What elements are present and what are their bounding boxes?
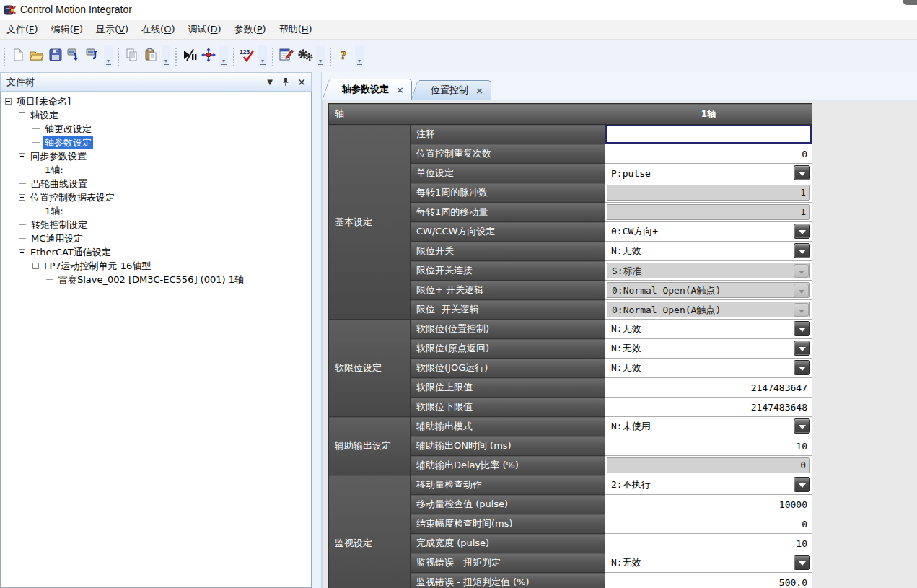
toolbar-overflow-chevron-down-icon[interactable]: ▾ [162, 45, 170, 67]
tree-item[interactable]: 凸轮曲线设置 [1, 177, 311, 190]
toolbar-overflow-chevron-down-icon[interactable]: ▾ [258, 45, 267, 67]
tree-item[interactable]: 同步参数设置 [1, 149, 311, 163]
axis-position-button[interactable] [199, 47, 218, 66]
tree-connector-line [19, 238, 26, 239]
toolbar-group-6: ?▾ [328, 44, 364, 69]
param-value-cell[interactable]: 2:不执行 [605, 475, 812, 495]
new-file-button[interactable] [9, 47, 27, 66]
comment-text-input[interactable] [605, 125, 812, 144]
dropdown-chevron-down-icon[interactable] [794, 243, 810, 258]
param-value-cell[interactable]: N:无效 [605, 242, 812, 261]
tree-expand-minus-icon[interactable] [19, 112, 25, 118]
tree-item[interactable]: MC通用设定 [1, 232, 311, 245]
param-value-cell[interactable]: 0 [605, 144, 812, 164]
param-value-cell[interactable]: 0:CW方向+ [605, 222, 812, 242]
gears-button[interactable] [296, 47, 315, 66]
tree-item[interactable]: 雷赛Slave_002 [DM3C-EC556] (001) 1轴 [1, 273, 311, 286]
tree-item[interactable]: FP7运动控制单元 16轴型 [1, 259, 311, 273]
menu-item-E[interactable]: 编辑(E) [45, 20, 89, 39]
param-value-cell[interactable]: N:无效 [605, 320, 812, 339]
toolbar-drag-handle[interactable] [329, 47, 332, 66]
panel-splitter[interactable] [312, 72, 322, 588]
toolbar-overflow-chevron-down-icon[interactable]: ▾ [219, 45, 228, 67]
param-value-cell[interactable]: 10000 [605, 495, 812, 514]
dropdown-chevron-down-icon[interactable] [794, 224, 810, 239]
toolbar-overflow-chevron-down-icon[interactable]: ▾ [316, 45, 325, 67]
toolbar-drag-handle[interactable] [271, 47, 274, 66]
tree-expand-minus-icon[interactable] [19, 249, 25, 255]
tree-item-label: 同步参数设置 [29, 150, 88, 163]
tree-item-label: 轴参数设定 [43, 136, 93, 149]
tree-item[interactable]: 轴更改设定 [1, 122, 311, 136]
menu-item-V[interactable]: 显示(V) [89, 20, 135, 39]
tree-connector-line [32, 128, 40, 129]
tree-item[interactable]: 轴参数设定 [1, 136, 311, 149]
tree-expand-minus-icon[interactable] [19, 153, 25, 159]
tab-close-icon[interactable]: × [475, 86, 483, 95]
panel-menu-chevron-down-icon[interactable]: ▼ [263, 76, 276, 89]
menu-item-O[interactable]: 在线(O) [135, 20, 181, 39]
param-value-cell[interactable]: 2147483647 [605, 378, 812, 398]
tree-item[interactable]: 轴设定 [1, 108, 311, 122]
param-value-cell[interactable]: 0 [605, 514, 812, 534]
dropdown-chevron-down-icon[interactable] [794, 165, 810, 180]
toolbar-drag-handle[interactable] [117, 47, 120, 66]
menu-item-F[interactable]: 文件(F) [0, 20, 45, 39]
upload-device-button[interactable] [65, 47, 84, 66]
help-button[interactable]: ? [335, 47, 354, 66]
save-button[interactable] [46, 47, 65, 66]
param-name-cell: 注释 [411, 125, 605, 144]
dropdown-chevron-down-icon[interactable] [794, 360, 810, 375]
dropdown-chevron-down-icon[interactable] [794, 477, 810, 492]
param-value-cell[interactable]: -2147483648 [605, 398, 812, 417]
paste-button[interactable] [141, 47, 160, 66]
dropdown-chevron-down-icon[interactable] [794, 418, 810, 434]
tree-item-label: 凸轮曲线设置 [30, 177, 89, 190]
dropdown-chevron-down-icon[interactable] [794, 341, 810, 356]
toolbar-drag-handle[interactable] [3, 47, 6, 66]
tree-item[interactable]: 1轴: [1, 163, 311, 177]
tree-item[interactable]: 项目[未命名] [1, 95, 311, 108]
param-value-cell[interactable]: 10 [605, 436, 812, 456]
dropdown-chevron-down-icon[interactable] [794, 555, 810, 570]
toolbar-drag-handle[interactable] [232, 47, 235, 66]
toolbar-group-4: 123▾ [231, 44, 267, 69]
toolbar-overflow-chevron-down-icon[interactable]: ▾ [104, 45, 113, 67]
run-pause-button[interactable] [180, 47, 199, 66]
open-folder-button[interactable] [27, 47, 46, 66]
value-check-button[interactable]: 123 [238, 47, 257, 66]
edit-parameter-button[interactable] [277, 47, 296, 66]
tree-item-label: MC通用设定 [30, 232, 84, 245]
copy-button[interactable] [123, 47, 141, 66]
disabled-dropdown-field: 0:Normal Open(A触点) [607, 302, 810, 317]
menu-item-H[interactable]: 帮助(H) [273, 20, 319, 39]
download-device-button[interactable] [84, 47, 102, 66]
toolbar-overflow-chevron-down-icon[interactable]: ▾ [355, 45, 364, 67]
window-control-partial[interactable] [903, 0, 917, 5]
param-name-cell: 软限位(原点返回) [411, 339, 605, 359]
param-value-cell[interactable]: N:无效 [605, 339, 812, 359]
panel-close-icon[interactable]: ✕ [295, 76, 308, 89]
menu-item-D[interactable]: 调试(D) [181, 20, 227, 39]
tree-item[interactable]: 位置控制数据表设定 [1, 190, 311, 204]
tab-inactive[interactable]: 位置控制× [419, 80, 491, 100]
menu-item-P[interactable]: 参数(P) [228, 20, 273, 39]
param-value-cell[interactable]: P:pulse [605, 164, 812, 183]
dropdown-chevron-down-icon[interactable] [794, 321, 810, 336]
param-name-cell: 软限位(JOG运行) [411, 359, 605, 378]
tree-expand-minus-icon[interactable] [32, 263, 39, 269]
param-value-cell[interactable]: N:无效 [605, 553, 812, 573]
param-value-cell[interactable]: 500.0 [605, 573, 812, 588]
panel-pin-icon[interactable] [279, 76, 292, 89]
tree-expand-minus-icon[interactable] [5, 98, 12, 105]
param-value-cell[interactable]: N:无效 [605, 359, 812, 378]
tree-item[interactable]: 1轴: [1, 204, 311, 218]
param-value-cell[interactable]: N:未使用 [605, 417, 812, 436]
tree-expand-minus-icon[interactable] [19, 194, 25, 201]
tab-active[interactable]: 轴参数设定× [330, 79, 412, 100]
tree-item[interactable]: EtherCAT通信设定 [1, 245, 311, 259]
tab-close-icon[interactable]: × [396, 85, 404, 95]
param-value-cell[interactable]: 10 [605, 534, 812, 553]
toolbar-drag-handle[interactable] [175, 47, 177, 66]
tree-item[interactable]: 转矩控制设定 [1, 218, 311, 232]
